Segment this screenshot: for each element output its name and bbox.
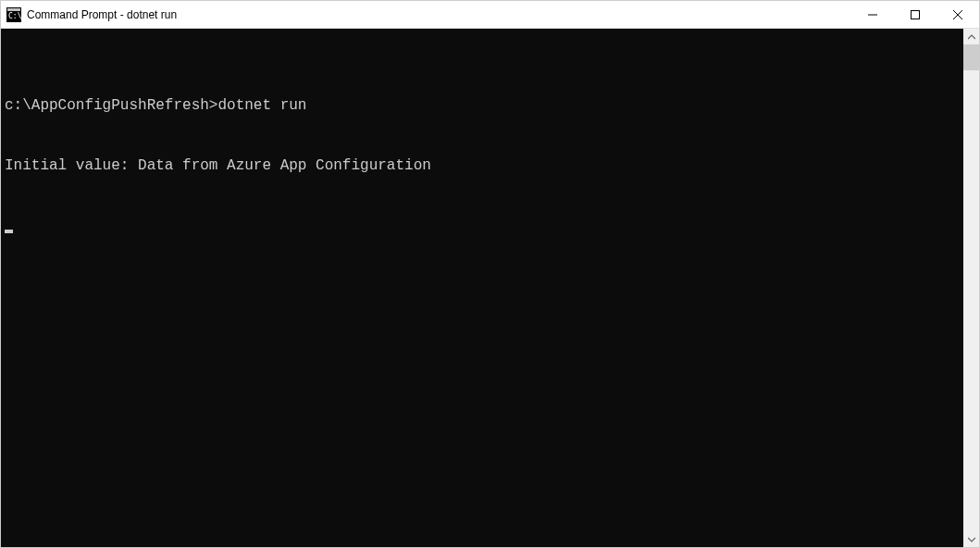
minimize-icon bbox=[868, 10, 877, 19]
command-text: dotnet run bbox=[217, 97, 306, 114]
terminal-container: c:\AppConfigPushRefresh>dotnet run Initi… bbox=[1, 29, 979, 547]
svg-text:C:\: C:\ bbox=[8, 12, 21, 20]
chevron-up-icon bbox=[968, 33, 975, 41]
svg-rect-4 bbox=[912, 10, 920, 19]
output-line: Initial value: Data from Azure App Confi… bbox=[1, 156, 963, 177]
close-icon bbox=[953, 10, 962, 19]
terminal-cursor bbox=[5, 230, 13, 233]
cursor-line bbox=[1, 217, 963, 237]
prompt-line: c:\AppConfigPushRefresh>dotnet run bbox=[1, 96, 963, 117]
window-controls bbox=[851, 1, 979, 28]
svg-rect-1 bbox=[7, 8, 20, 11]
maximize-icon bbox=[911, 10, 920, 19]
window-titlebar[interactable]: C:\ Command Prompt - dotnet run bbox=[1, 1, 979, 29]
terminal-output[interactable]: c:\AppConfigPushRefresh>dotnet run Initi… bbox=[1, 29, 963, 547]
scroll-up-button[interactable] bbox=[963, 29, 979, 44]
window-title: Command Prompt - dotnet run bbox=[27, 8, 851, 21]
close-button[interactable] bbox=[937, 1, 979, 28]
scroll-thumb[interactable] bbox=[963, 44, 979, 70]
minimize-button[interactable] bbox=[851, 1, 894, 28]
maximize-button[interactable] bbox=[894, 1, 937, 28]
chevron-down-icon bbox=[968, 536, 975, 543]
vertical-scrollbar[interactable] bbox=[963, 29, 979, 547]
scroll-track[interactable] bbox=[963, 44, 979, 531]
cmd-icon: C:\ bbox=[6, 7, 21, 22]
prompt-path: c:\AppConfigPushRefresh> bbox=[5, 97, 217, 114]
scroll-down-button[interactable] bbox=[963, 531, 979, 547]
